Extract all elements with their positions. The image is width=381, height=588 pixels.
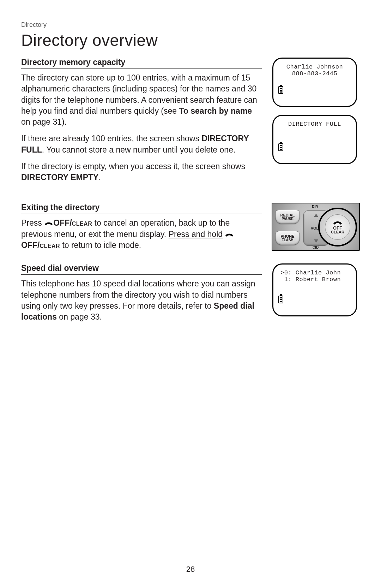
lcd-screen-entry: Charlie Johnson 888-883-2445 bbox=[272, 58, 357, 107]
text-underline: Press and hold bbox=[169, 230, 223, 239]
text-bold: To search by name bbox=[179, 106, 252, 115]
hangup-icon bbox=[44, 221, 53, 226]
keypad-phone-flash-button: PHONE FLASH bbox=[275, 231, 300, 245]
lcd-line: 888-883-2445 bbox=[278, 70, 352, 77]
keypad-off-clear-button: OFF CLEAR bbox=[325, 214, 350, 240]
key-label: clear bbox=[40, 240, 60, 250]
speed-paragraph: This telephone has 10 speed dial locatio… bbox=[21, 278, 262, 322]
hangup-icon bbox=[333, 220, 343, 225]
lcd-screen-full: DIRECTORY FULL bbox=[272, 115, 357, 164]
key-label: OFF/ bbox=[21, 240, 40, 250]
section-heading-speed: Speed dial overview bbox=[21, 263, 262, 275]
lcd-line: 1: Robert Brown bbox=[278, 276, 352, 283]
page-title: Directory overview bbox=[21, 31, 360, 50]
keypad-figure: DIR CID REDIAL PAUSE PHONE FLASH VOLU OF… bbox=[272, 203, 360, 251]
text-bold: DIRECTORY EMPTY bbox=[21, 173, 98, 182]
section-heading-memory: Directory memory capacity bbox=[21, 58, 262, 69]
text: If the directory is empty, when you acce… bbox=[21, 162, 245, 171]
keypad-label-dir: DIR bbox=[312, 205, 318, 209]
key-label: clear bbox=[72, 218, 92, 227]
keypad-off-clear-highlight: OFF CLEAR bbox=[318, 208, 357, 247]
key-text: CLEAR bbox=[331, 230, 344, 234]
memory-paragraph-2: If there are already 100 entries, the sc… bbox=[21, 133, 262, 155]
memory-paragraph-1: The directory can store up to 100 entrie… bbox=[21, 72, 262, 127]
manual-page: Directory Directory overview Directory m… bbox=[0, 0, 381, 588]
key-label: OFF/ bbox=[53, 218, 72, 227]
text: to return to idle mode. bbox=[60, 240, 141, 250]
text: . bbox=[98, 173, 101, 182]
key-text: OFF bbox=[333, 226, 342, 230]
key-text: PAUSE bbox=[282, 217, 294, 221]
battery-icon bbox=[278, 86, 283, 94]
text: Press bbox=[21, 218, 44, 227]
text: If there are already 100 entries, the sc… bbox=[21, 134, 201, 143]
exiting-paragraph: Press OFF/clear to cancel an operation, … bbox=[21, 218, 262, 251]
battery-icon bbox=[278, 143, 283, 151]
text: . You cannot store a new number until yo… bbox=[42, 145, 236, 154]
key-text: FLASH bbox=[282, 238, 293, 242]
text: on page 31). bbox=[21, 117, 67, 126]
hangup-icon bbox=[225, 232, 234, 237]
lcd-line: >0: Charlie John bbox=[278, 269, 352, 276]
section-heading-exiting: Exiting the directory bbox=[21, 203, 262, 214]
lcd-line: DIRECTORY FULL bbox=[278, 121, 352, 127]
lcd-line: Charlie Johnson bbox=[278, 64, 352, 70]
keypad-redial-pause-button: REDIAL PAUSE bbox=[275, 210, 300, 224]
memory-paragraph-3: If the directory is empty, when you acce… bbox=[21, 161, 262, 183]
keypad-label-cid: CID bbox=[313, 245, 319, 249]
text: on page 33. bbox=[57, 312, 102, 321]
breadcrumb: Directory bbox=[21, 21, 360, 29]
battery-icon bbox=[278, 296, 283, 303]
lcd-screen-speed-dial: >0: Charlie John 1: Robert Brown bbox=[272, 263, 357, 316]
page-number: 28 bbox=[0, 565, 381, 574]
